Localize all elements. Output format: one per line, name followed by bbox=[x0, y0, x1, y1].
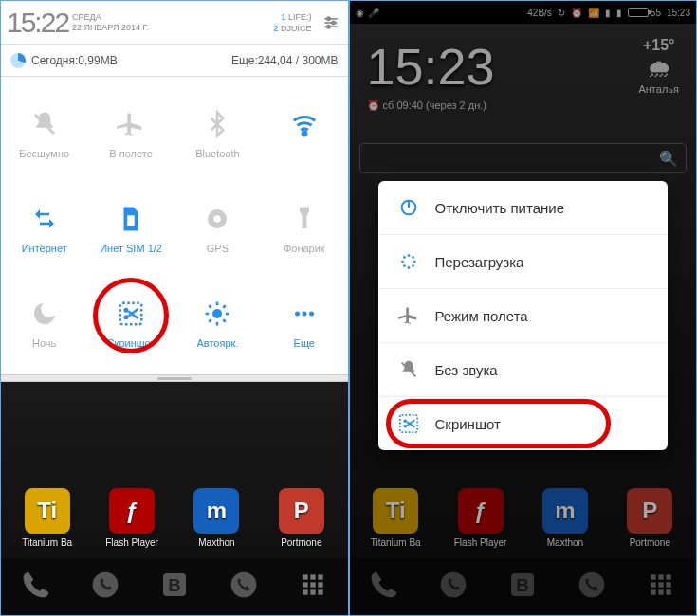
svg-rect-38 bbox=[318, 589, 322, 594]
vk-icon[interactable]: B bbox=[159, 570, 190, 604]
power-icon bbox=[397, 196, 420, 219]
toggle-label: Ночь bbox=[32, 337, 56, 349]
svg-point-14 bbox=[212, 309, 222, 318]
scissors-icon bbox=[397, 412, 420, 435]
phone-icon[interactable] bbox=[21, 570, 51, 604]
moon-icon bbox=[28, 298, 61, 330]
toggle-label: Бесшумно bbox=[19, 148, 69, 159]
sim-indicators: 1 LIFE:) 2 DJUICE bbox=[273, 1, 317, 44]
svg-point-3 bbox=[326, 17, 329, 20]
svg-rect-33 bbox=[303, 582, 307, 587]
app-titanium[interactable]: TiTitanium Ba bbox=[9, 488, 85, 548]
menu-label: Отключить питание bbox=[435, 200, 565, 216]
wifi-icon bbox=[288, 108, 321, 140]
svg-rect-30 bbox=[303, 574, 307, 579]
sim1-label: LIFE:) bbox=[288, 12, 312, 22]
toggle-more[interactable]: Еще bbox=[261, 276, 347, 371]
svg-line-21 bbox=[224, 305, 227, 308]
quick-settings-grid: Бесшумно В полете Bluetooth Wi-Fi Интерн… bbox=[1, 77, 348, 374]
svg-line-19 bbox=[210, 305, 212, 308]
menu-label: Скриншот bbox=[435, 416, 501, 432]
svg-text:B: B bbox=[168, 575, 180, 595]
toggle-label: Автоярк. bbox=[196, 337, 238, 349]
menu-silent[interactable]: Без звука bbox=[378, 343, 669, 397]
sim2-idx: 2 bbox=[273, 24, 278, 33]
menu-reboot[interactable]: Перезагрузка bbox=[378, 235, 669, 289]
menu-screenshot[interactable]: Скриншот bbox=[378, 397, 669, 450]
airplane-icon bbox=[397, 304, 420, 327]
svg-point-46 bbox=[403, 264, 406, 267]
sim1-idx: 1 bbox=[281, 12, 285, 22]
viber-icon[interactable] bbox=[229, 570, 259, 604]
airplane-icon bbox=[115, 108, 147, 140]
clock: 15:22 bbox=[5, 7, 72, 39]
bluetooth-icon bbox=[201, 108, 233, 140]
svg-point-48 bbox=[403, 256, 406, 259]
menu-label: Без звука bbox=[435, 362, 498, 378]
svg-point-25 bbox=[309, 312, 314, 317]
toggle-label: Инет SIM 1/2 bbox=[100, 243, 162, 254]
svg-point-51 bbox=[403, 419, 407, 423]
data-usage-row[interactable]: Сегодня:0,99MB Еще:244,04 / 300MB bbox=[1, 45, 348, 77]
svg-point-7 bbox=[303, 132, 306, 136]
svg-point-13 bbox=[124, 315, 129, 319]
menu-label: Режим полета bbox=[435, 308, 528, 324]
phone-left: 15:22 СРЕДА 22 ЯНВАРЯ 2014 Г. 1 LIFE:) 2… bbox=[0, 0, 349, 616]
app-label: Maxthon bbox=[198, 537, 234, 548]
svg-point-42 bbox=[412, 256, 414, 259]
toggle-label: В полете bbox=[109, 148, 152, 159]
date: 22 ЯНВАРЯ 2014 Г. bbox=[72, 23, 273, 33]
app-maxthon[interactable]: mMaxthon bbox=[178, 488, 254, 548]
toggle-label: Фонарик bbox=[284, 243, 325, 254]
svg-point-12 bbox=[124, 308, 129, 313]
svg-point-47 bbox=[401, 261, 404, 263]
svg-point-45 bbox=[407, 266, 410, 269]
app-drawer-icon[interactable] bbox=[298, 570, 328, 604]
toggle-auto-brightness[interactable]: Автоярк. bbox=[174, 276, 261, 371]
dock-bar: B bbox=[1, 558, 348, 615]
weekday: СРЕДА bbox=[72, 12, 273, 23]
brightness-icon bbox=[201, 298, 233, 330]
app-portmone[interactable]: PPortmone bbox=[264, 488, 339, 548]
toggle-flashlight[interactable]: Фонарик bbox=[261, 181, 347, 276]
settings-icon[interactable] bbox=[318, 1, 344, 44]
svg-point-4 bbox=[331, 21, 334, 24]
svg-rect-31 bbox=[310, 574, 315, 579]
svg-point-26 bbox=[92, 572, 118, 598]
data-pie-icon bbox=[10, 53, 26, 68]
toggle-night[interactable]: Ночь bbox=[1, 276, 87, 371]
svg-rect-36 bbox=[303, 589, 307, 594]
svg-point-10 bbox=[214, 215, 222, 223]
svg-rect-8 bbox=[127, 215, 135, 226]
svg-point-5 bbox=[326, 25, 329, 27]
svg-rect-34 bbox=[310, 582, 315, 587]
toggle-bluetooth[interactable]: Bluetooth bbox=[174, 86, 261, 181]
menu-airplane[interactable]: Режим полета bbox=[378, 289, 669, 343]
home-apps-row: TiTitanium Ba ƒFlash Player mMaxthon PPo… bbox=[1, 477, 348, 558]
reboot-icon bbox=[397, 250, 420, 273]
power-menu: Отключить питание Перезагрузка Режим пол… bbox=[378, 181, 669, 450]
svg-point-52 bbox=[403, 425, 407, 428]
menu-power-off[interactable]: Отключить питание bbox=[378, 181, 669, 235]
sim-icon bbox=[115, 203, 147, 235]
toggle-gps[interactable]: GPS bbox=[174, 181, 261, 276]
whatsapp-icon[interactable] bbox=[90, 570, 120, 604]
toggle-screenshot[interactable]: Скриншот bbox=[87, 276, 174, 371]
toggle-label: Bluetooth bbox=[195, 148, 239, 159]
toggle-wifi[interactable]: Wi-Fi bbox=[261, 86, 347, 181]
notification-panel: 15:22 СРЕДА 22 ЯНВАРЯ 2014 Г. 1 LIFE:) 2… bbox=[1, 1, 348, 382]
toggle-silent[interactable]: Бесшумно bbox=[1, 86, 87, 181]
toggle-sim-data[interactable]: Инет SIM 1/2 bbox=[87, 181, 174, 276]
toggle-label: Скриншот bbox=[107, 337, 156, 349]
toggle-internet[interactable]: Интернет bbox=[1, 181, 87, 276]
app-flash[interactable]: ƒFlash Player bbox=[94, 488, 170, 548]
bell-off-icon bbox=[397, 358, 420, 381]
svg-rect-32 bbox=[318, 574, 322, 579]
toggle-label: Интернет bbox=[22, 243, 67, 254]
panel-handle[interactable] bbox=[1, 374, 348, 382]
gps-icon bbox=[201, 203, 233, 235]
sim2-label: DJUICE bbox=[281, 24, 312, 33]
more-icon bbox=[288, 298, 321, 330]
toggle-airplane[interactable]: В полете bbox=[87, 86, 174, 181]
bell-off-icon bbox=[28, 108, 61, 140]
